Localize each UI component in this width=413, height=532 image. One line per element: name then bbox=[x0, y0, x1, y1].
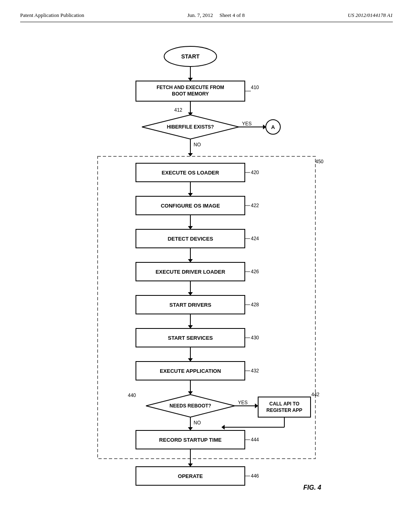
svg-text:YES: YES bbox=[238, 400, 248, 405]
svg-text:EXECUTE OS LOADER: EXECUTE OS LOADER bbox=[162, 170, 219, 176]
svg-text:OPERATE: OPERATE bbox=[178, 473, 203, 479]
svg-text:NO: NO bbox=[194, 142, 201, 148]
svg-text:430: 430 bbox=[251, 335, 259, 341]
svg-text:RECORD STARTUP TIME: RECORD STARTUP TIME bbox=[159, 437, 222, 443]
header-center: Jun. 7, 2012 Sheet 4 of 8 bbox=[187, 12, 244, 19]
svg-text:START DRIVERS: START DRIVERS bbox=[169, 302, 211, 308]
page-header: Patent Application Publication Jun. 7, 2… bbox=[20, 12, 393, 22]
svg-text:442: 442 bbox=[311, 392, 319, 397]
header-date: Jun. 7, 2012 bbox=[187, 12, 213, 18]
svg-text:420: 420 bbox=[251, 170, 259, 175]
svg-text:CALL API TO: CALL API TO bbox=[269, 401, 299, 407]
svg-text:412: 412 bbox=[174, 107, 182, 113]
svg-marker-88 bbox=[188, 463, 193, 467]
svg-text:DETECT DEVICES: DETECT DEVICES bbox=[168, 236, 213, 242]
svg-text:444: 444 bbox=[251, 437, 259, 443]
svg-text:START SERVICES: START SERVICES bbox=[168, 335, 213, 341]
header-right: US 2012/0144178 A1 bbox=[348, 12, 393, 19]
svg-text:410: 410 bbox=[251, 85, 259, 90]
svg-text:CONFIGURE OS IMAGE: CONFIGURE OS IMAGE bbox=[161, 203, 220, 209]
svg-text:424: 424 bbox=[251, 236, 259, 241]
svg-text:428: 428 bbox=[251, 302, 259, 308]
header-sheet: Sheet 4 of 8 bbox=[219, 12, 244, 18]
svg-text:446: 446 bbox=[251, 473, 259, 479]
svg-text:EXECUTE DRIVER LOADER: EXECUTE DRIVER LOADER bbox=[156, 269, 225, 275]
svg-text:HIBERFILE EXISTS?: HIBERFILE EXISTS? bbox=[167, 124, 214, 130]
svg-text:NO: NO bbox=[194, 420, 201, 426]
svg-text:422: 422 bbox=[251, 203, 259, 208]
svg-text:426: 426 bbox=[251, 269, 259, 274]
header-left: Patent Application Publication bbox=[20, 12, 84, 19]
svg-text:450: 450 bbox=[315, 159, 323, 164]
svg-text:FIG. 4: FIG. 4 bbox=[303, 484, 321, 491]
svg-rect-73 bbox=[258, 397, 311, 417]
svg-text:YES: YES bbox=[242, 121, 252, 127]
svg-text:BOOT MEMORY: BOOT MEMORY bbox=[172, 91, 209, 97]
svg-text:A: A bbox=[271, 124, 275, 130]
svg-marker-21 bbox=[188, 153, 193, 156]
svg-text:REGISTER APP: REGISTER APP bbox=[267, 407, 302, 413]
svg-text:EXECUTE APPLICATION: EXECUTE APPLICATION bbox=[160, 368, 221, 374]
svg-marker-2 bbox=[188, 78, 193, 81]
svg-text:432: 432 bbox=[251, 368, 259, 374]
svg-text:440: 440 bbox=[128, 393, 136, 398]
page: Patent Application Publication Jun. 7, 2… bbox=[0, 0, 413, 532]
flowchart-svg: START FETCH AND EXECUTE FROM BOOT MEMORY… bbox=[65, 34, 348, 518]
diagram-container: START FETCH AND EXECUTE FROM BOOT MEMORY… bbox=[65, 34, 348, 520]
start-label: START bbox=[181, 53, 200, 60]
svg-text:NEEDS REBOOT?: NEEDS REBOOT? bbox=[169, 403, 211, 409]
svg-text:FETCH AND EXECUTE FROM: FETCH AND EXECUTE FROM bbox=[156, 85, 224, 90]
